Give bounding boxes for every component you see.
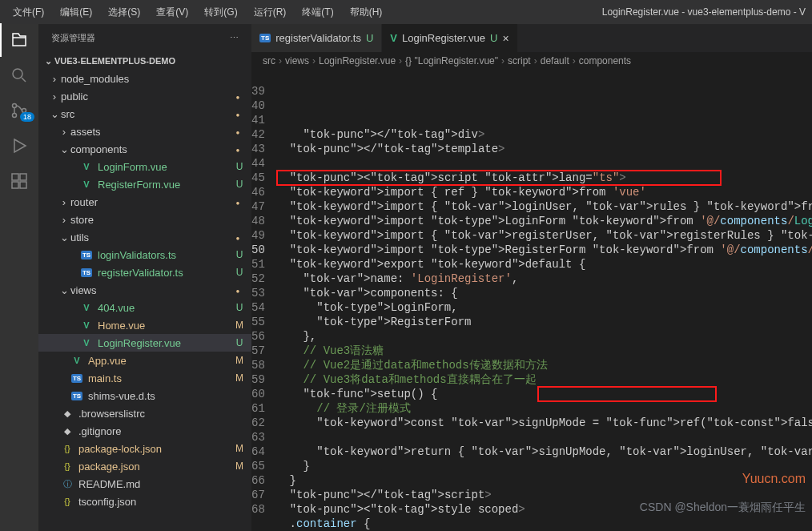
source-control-icon[interactable]: 18 [10,101,29,120]
menu-item[interactable]: 编辑(E) [54,2,98,22]
git-status: M [232,320,247,331]
file-item[interactable]: VApp.vueM [38,352,251,369]
project-name: VUE3-ELEMENTPLUS-DEMO [54,56,175,66]
breadcrumb-item[interactable]: views [285,55,309,66]
menu-item[interactable]: 转到(G) [198,2,243,22]
tree-item-label: .gitignore [78,425,121,437]
code-editor[interactable]: 3940414243444546474849505152535455565758… [251,70,812,531]
tree-item-label: main.ts [88,372,122,384]
menu-item[interactable]: 运行(R) [247,2,293,22]
breadcrumb-item[interactable]: components [579,55,631,66]
menu-item[interactable]: 选择(S) [102,2,147,22]
breadcrumb-item[interactable]: src [263,55,275,66]
tree-item-label: loginValidators.ts [98,249,176,261]
ts-file-icon: TS [80,248,93,261]
tree-item-label: App.vue [88,355,127,367]
menu-item[interactable]: 查看(V) [150,2,195,22]
svg-point-2 [13,114,17,118]
svg-point-0 [13,69,22,78]
watermark-2: CSDN @Sheldon一蓑烟雨任平生 [640,501,806,515]
breadcrumb-item[interactable]: default [541,55,569,66]
vue-file-icon: V [80,319,93,332]
tree-item-label: router [70,196,98,208]
file-item[interactable]: ◆.browserslistrc [38,404,251,422]
code-content[interactable]: "tok-punc"></"tok-tag">div> "tok-punc"><… [276,70,812,531]
menu-item[interactable]: 终端(T) [295,2,340,22]
file-item[interactable]: {}package.jsonM [38,457,251,475]
tree-item-label: shims-vue.d.ts [88,390,155,402]
file-item[interactable]: VLoginForm.vueU [38,158,251,175]
folder-item[interactable]: ›node_modules [38,70,251,87]
file-item[interactable]: {}package-lock.jsonM [38,440,251,457]
chevron-right-icon: › [58,196,70,208]
extensions-icon[interactable] [10,171,29,191]
folder-item[interactable]: ›store [38,211,251,228]
git-status: U [232,249,247,260]
tree-item-label: .browserslistrc [78,408,145,420]
folder-item[interactable]: ›public● [38,87,251,105]
tree-item-label: components [70,143,127,155]
file-item[interactable]: ◆.gitignore [38,422,251,440]
folder-item[interactable]: ⌄views● [38,281,251,299]
chevron-right-icon: › [58,214,70,226]
breadcrumbs[interactable]: src›views›LoginRegister.vue›{} "LoginReg… [251,52,812,70]
file-item[interactable]: TSmain.tsM [38,369,251,387]
file-item[interactable]: {}tsconfig.json [38,493,251,510]
explorer-icon[interactable] [10,30,29,50]
editor-area: TSregisterValidator.tsUVLoginRegister.vu… [251,24,812,531]
tab-status: U [366,32,373,44]
close-icon[interactable]: × [502,32,509,45]
editor-tab[interactable]: VLoginRegister.vueU× [382,24,517,52]
tabs: TSregisterValidator.tsUVLoginRegister.vu… [251,24,812,52]
tree-item-label: assets [70,126,101,138]
tree-item-label: README.md [78,478,140,490]
chevron-down-icon: ⌄ [58,284,70,296]
tree-item-label: RegisterForm.vue [98,179,180,191]
file-item[interactable]: VLoginRegister.vueU [38,334,251,352]
tab-status: U [490,32,497,44]
file-item[interactable]: VRegisterForm.vueU [38,175,251,193]
sidebar-title: 资源管理器 [51,32,95,44]
editor-tab[interactable]: TSregisterValidator.tsU [251,24,382,52]
file-item[interactable]: VHome.vueM [38,316,251,334]
chevron-down-icon: ⌄ [58,231,70,243]
tree-item-label: LoginRegister.vue [98,337,181,349]
folder-item[interactable]: ⌄utils● [38,228,251,246]
menu-item[interactable]: 帮助(H) [344,2,389,22]
folder-item[interactable]: ⌄components● [38,140,251,158]
file-item[interactable]: TSloginValidators.tsU [38,246,251,263]
breadcrumb-item[interactable]: {} "LoginRegister.vue" [405,55,498,66]
menu-item[interactable]: 文件(F) [6,2,50,22]
json-file-icon: {} [61,495,74,508]
svg-rect-5 [20,174,26,180]
git-status: U [232,337,247,348]
activity-bar: 18 [0,24,38,531]
svg-rect-6 [12,182,18,188]
breadcrumb-item[interactable]: LoginRegister.vue [319,55,396,66]
vue-file-icon: V [80,336,93,349]
menubar: 文件(F)编辑(E)选择(S)查看(V)转到(G)运行(R)终端(T)帮助(H)… [0,0,812,24]
ts-file-icon: TS [80,266,93,279]
tree-item-label: registerValidator.ts [98,267,183,279]
file-item[interactable]: ⓘREADME.md [38,475,251,493]
folder-item[interactable]: ⌄src● [38,105,251,123]
json-file-icon: {} [61,442,74,455]
file-item[interactable]: TSregisterValidator.tsU [38,263,251,281]
folder-item[interactable]: ›router● [38,193,251,211]
info-file-icon: ⓘ [61,477,74,490]
file-item[interactable]: V404.vueU [38,299,251,316]
breadcrumb-item[interactable]: script [508,55,531,66]
project-header[interactable]: ⌄ VUE3-ELEMENTPLUS-DEMO [38,52,251,70]
ts-file-icon: TS [70,372,83,384]
tab-label: registerValidator.ts [275,32,361,44]
tree-item-label: Home.vue [98,320,145,332]
file-item[interactable]: TSshims-vue.d.ts [38,387,251,404]
tree-item-label: package.json [78,461,140,473]
search-icon[interactable] [10,66,29,85]
git-status: M [232,355,247,366]
tree-item-label: views [70,284,97,296]
vue-file-icon: V [70,354,83,367]
more-icon[interactable]: ⋯ [230,33,239,43]
run-debug-icon[interactable] [10,136,29,155]
folder-item[interactable]: ›assets● [38,123,251,140]
